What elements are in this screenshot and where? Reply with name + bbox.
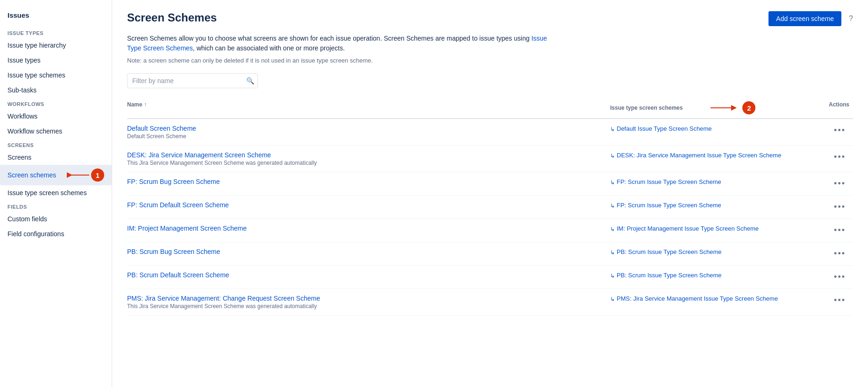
table-row: PB: Scrum Bug Screen Scheme↳PB: Scrum Is… xyxy=(127,242,853,266)
scheme-link-text: FP: Scrum Issue Type Screen Scheme xyxy=(617,201,721,210)
annotation-badge-1: 1 xyxy=(91,169,104,182)
header-right: Add screen scheme ? xyxy=(768,11,853,26)
cell-actions: ••• xyxy=(797,125,853,136)
scheme-name-link[interactable]: Default Screen Scheme xyxy=(127,125,196,132)
table-row: PMS: Jira Service Management: Change Req… xyxy=(127,289,853,316)
scheme-name-link[interactable]: FP: Scrum Default Screen Scheme xyxy=(127,201,229,209)
issue-type-scheme-link[interactable]: ↳Default Issue Type Screen Scheme xyxy=(610,125,797,134)
cell-issue-type-schemes: ↳Default Issue Type Screen Scheme xyxy=(610,125,797,134)
issue-type-scheme-link[interactable]: ↳DESK: Jira Service Management Issue Typ… xyxy=(610,151,797,160)
help-icon[interactable]: ? xyxy=(849,14,853,23)
main-content: Screen Schemes Add screen scheme ? Scree… xyxy=(112,0,868,387)
scheme-link-icon: ↳ xyxy=(610,126,615,134)
issue-type-scheme-link[interactable]: ↳FP: Scrum Issue Type Screen Scheme xyxy=(610,178,797,187)
sidebar-item-field-configurations[interactable]: Field configurations xyxy=(0,226,112,241)
table-row: PB: Scrum Default Screen Scheme↳PB: Scru… xyxy=(127,266,853,289)
sidebar-item-custom-fields[interactable]: Custom fields xyxy=(0,211,112,226)
cell-issue-type-schemes: ↳PMS: Jira Service Management Issue Type… xyxy=(610,295,797,303)
annotation-1-wrap: 1 xyxy=(66,169,104,182)
scheme-name-link[interactable]: PMS: Jira Service Management: Change Req… xyxy=(127,295,320,302)
scheme-description: This Jira Service Management Screen Sche… xyxy=(127,303,610,310)
cell-actions: ••• xyxy=(797,225,853,236)
description-text-2: , which can be associated with one or mo… xyxy=(193,44,345,52)
annotation-badge-2: 2 xyxy=(742,101,755,114)
actions-menu-button[interactable]: ••• xyxy=(830,295,849,306)
filter-input-wrap: 🔍 xyxy=(127,73,258,88)
scheme-link-text: PB: Scrum Issue Type Screen Scheme xyxy=(617,271,721,280)
actions-menu-button[interactable]: ••• xyxy=(830,178,849,190)
issue-type-scheme-link[interactable]: ↳PB: Scrum Issue Type Screen Scheme xyxy=(610,271,797,280)
table-row: FP: Scrum Default Screen Scheme↳FP: Scru… xyxy=(127,196,853,219)
actions-menu-button[interactable]: ••• xyxy=(830,125,849,136)
sidebar-item-workflow-schemes[interactable]: Workflow schemes xyxy=(0,124,112,139)
cell-name: PB: Scrum Default Screen Scheme xyxy=(127,271,610,279)
table-header: Name ↑ Issue type screen schemes 2 Actio… xyxy=(127,98,853,119)
sidebar-top-label: Issues xyxy=(0,7,112,27)
cell-actions: ••• xyxy=(797,248,853,260)
scheme-link-text: IM: Project Management Issue Type Screen… xyxy=(617,225,759,233)
cell-issue-type-schemes: ↳PB: Scrum Issue Type Screen Scheme xyxy=(610,271,797,280)
sidebar-item-sub-tasks[interactable]: Sub-tasks xyxy=(0,83,112,98)
scheme-link-icon: ↳ xyxy=(610,152,615,160)
table-body: Default Screen SchemeDefault Screen Sche… xyxy=(127,119,853,316)
sidebar-section-fields: FIELDS xyxy=(0,200,112,211)
table-row: IM: Project Management Screen Scheme↳IM:… xyxy=(127,219,853,242)
issue-type-scheme-link[interactable]: ↳PMS: Jira Service Management Issue Type… xyxy=(610,295,797,303)
cell-name: FP: Scrum Default Screen Scheme xyxy=(127,201,610,209)
cell-actions: ••• xyxy=(797,271,853,283)
scheme-link-icon: ↳ xyxy=(610,179,615,187)
cell-actions: ••• xyxy=(797,151,853,163)
sidebar-item-workflows[interactable]: Workflows xyxy=(0,109,112,124)
cell-actions: ••• xyxy=(797,295,853,306)
actions-menu-button[interactable]: ••• xyxy=(830,225,849,236)
cell-name: FP: Scrum Bug Screen Scheme xyxy=(127,178,610,185)
col-name-header: Name ↑ xyxy=(127,101,610,114)
sidebar-item-issue-types[interactable]: Issue types xyxy=(0,53,112,68)
scheme-name-link[interactable]: IM: Project Management Screen Scheme xyxy=(127,225,247,232)
actions-menu-button[interactable]: ••• xyxy=(830,248,849,260)
sidebar-item-screens[interactable]: Screens xyxy=(0,150,112,165)
scheme-link-icon: ↳ xyxy=(610,272,615,280)
scheme-description: This Jira Service Management Screen Sche… xyxy=(127,160,610,166)
description-text-1: Screen Schemes allow you to choose what … xyxy=(127,35,531,42)
cell-actions: ••• xyxy=(797,178,853,190)
scheme-link-text: PMS: Jira Service Management Issue Type … xyxy=(617,295,778,303)
scheme-link-icon: ↳ xyxy=(610,202,615,210)
cell-actions: ••• xyxy=(797,201,853,213)
sidebar-section-workflows: WORKFLOWS xyxy=(0,98,112,109)
scheme-name-link[interactable]: FP: Scrum Bug Screen Scheme xyxy=(127,178,220,185)
scheme-name-link[interactable]: PB: Scrum Bug Screen Scheme xyxy=(127,248,220,255)
cell-issue-type-schemes: ↳IM: Project Management Issue Type Scree… xyxy=(610,225,797,233)
issue-type-scheme-link[interactable]: ↳IM: Project Management Issue Type Scree… xyxy=(610,225,797,233)
page-description: Screen Schemes allow you to choose what … xyxy=(127,34,548,53)
filter-input[interactable] xyxy=(127,73,258,88)
actions-menu-button[interactable]: ••• xyxy=(830,271,849,283)
cell-name: DESK: Jira Service Management Screen Sch… xyxy=(127,151,610,166)
col-actions-header: Actions xyxy=(797,101,853,114)
actions-menu-button[interactable]: ••• xyxy=(830,201,849,213)
cell-name: PMS: Jira Service Management: Change Req… xyxy=(127,295,610,310)
sidebar-section-issue-types: ISSUE TYPES xyxy=(0,27,112,38)
scheme-link-icon: ↳ xyxy=(610,225,615,233)
page-title: Screen Schemes xyxy=(127,11,217,24)
scheme-name-link[interactable]: PB: Scrum Default Screen Scheme xyxy=(127,271,229,279)
cell-name: IM: Project Management Screen Scheme xyxy=(127,225,610,232)
page-header: Screen Schemes Add screen scheme ? xyxy=(127,11,853,26)
cell-name: Default Screen SchemeDefault Screen Sche… xyxy=(127,125,610,140)
sidebar-item-screen-schemes[interactable]: Screen schemes1 xyxy=(0,165,112,185)
sidebar-item-issue-type-schemes[interactable]: Issue type schemes xyxy=(0,68,112,83)
actions-menu-button[interactable]: ••• xyxy=(830,151,849,163)
scheme-link-icon: ↳ xyxy=(610,296,615,303)
cell-name: PB: Scrum Bug Screen Scheme xyxy=(127,248,610,255)
sidebar-item-issue-type-hierarchy[interactable]: Issue type hierarchy xyxy=(0,38,112,53)
scheme-name-link[interactable]: DESK: Jira Service Management Screen Sch… xyxy=(127,151,271,159)
cell-issue-type-schemes: ↳FP: Scrum Issue Type Screen Scheme xyxy=(610,178,797,187)
sidebar-item-issue-type-screen-schemes[interactable]: Issue type screen schemes xyxy=(0,185,112,200)
table-row: DESK: Jira Service Management Screen Sch… xyxy=(127,146,853,172)
issue-type-scheme-link[interactable]: ↳FP: Scrum Issue Type Screen Scheme xyxy=(610,201,797,210)
table-row: Default Screen SchemeDefault Screen Sche… xyxy=(127,119,853,146)
issue-type-scheme-link[interactable]: ↳PB: Scrum Issue Type Screen Scheme xyxy=(610,248,797,257)
sidebar: Issues ISSUE TYPESIssue type hierarchyIs… xyxy=(0,0,112,387)
add-screen-scheme-button[interactable]: Add screen scheme xyxy=(768,11,841,26)
cell-issue-type-schemes: ↳PB: Scrum Issue Type Screen Scheme xyxy=(610,248,797,257)
